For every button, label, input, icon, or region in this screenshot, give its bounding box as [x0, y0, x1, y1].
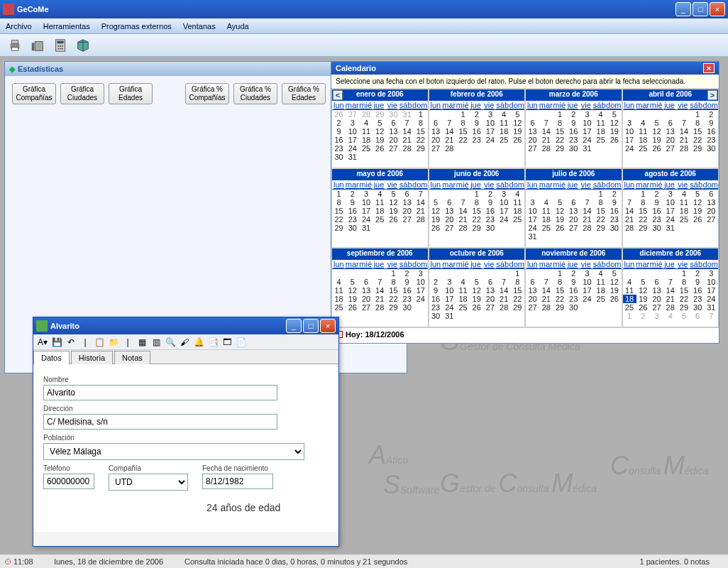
day-cell[interactable]: 23: [691, 295, 705, 303]
day-cell[interactable]: 5: [650, 119, 663, 127]
day-cell[interactable]: 16: [400, 286, 414, 295]
btn-pct-edades[interactable]: Gráfica % Edades: [282, 83, 326, 104]
day-cell[interactable]: 8: [553, 278, 566, 286]
day-cell[interactable]: 13: [663, 127, 677, 136]
day-cell[interactable]: 16: [470, 127, 483, 136]
day-cell[interactable]: 9: [483, 198, 497, 207]
input-nombre[interactable]: [43, 385, 277, 400]
input-fecha[interactable]: [202, 474, 273, 489]
day-cell[interactable]: 6: [526, 278, 539, 286]
day-cell[interactable]: 24: [663, 215, 677, 224]
day-cell[interactable]: 20: [387, 136, 400, 144]
day-cell[interactable]: 16: [607, 207, 621, 215]
day-cell[interactable]: 26: [553, 224, 566, 232]
day-cell[interactable]: 17: [414, 286, 427, 295]
day-cell[interactable]: 4: [332, 278, 346, 286]
btn-grafica-edades[interactable]: Gráfica Edades: [109, 83, 153, 104]
folder-icon[interactable]: 📁: [107, 336, 120, 349]
day-cell[interactable]: 4: [636, 119, 650, 127]
day-cell[interactable]: 10: [663, 198, 677, 207]
day-cell[interactable]: 29: [553, 144, 566, 153]
undo-icon[interactable]: ↶: [65, 336, 77, 349]
day-cell[interactable]: 8: [456, 119, 470, 127]
day-cell[interactable]: 3: [414, 269, 427, 278]
menu-programas[interactable]: Programas externos: [101, 22, 172, 31]
day-cell[interactable]: 5: [691, 190, 705, 198]
day-cell[interactable]: 9: [650, 198, 663, 207]
day-cell[interactable]: 14: [580, 207, 594, 215]
day-cell[interactable]: 7: [580, 198, 594, 207]
day-cell[interactable]: 19: [607, 127, 621, 136]
day-cell[interactable]: 29: [553, 303, 566, 312]
day-cell[interactable]: 1: [332, 190, 346, 198]
day-cell[interactable]: 23: [483, 215, 497, 224]
day-cell[interactable]: 17: [526, 215, 539, 224]
day-cell[interactable]: 9: [705, 119, 718, 127]
day-cell[interactable]: 1: [414, 110, 427, 119]
day-cell[interactable]: 27: [359, 303, 373, 312]
day-cell[interactable]: 13: [650, 286, 663, 295]
day-cell[interactable]: 17: [580, 127, 594, 136]
day-cell[interactable]: 11: [332, 286, 346, 295]
day-cell[interactable]: 27: [400, 215, 414, 224]
day-cell[interactable]: 9: [346, 198, 359, 207]
day-cell[interactable]: 7: [373, 278, 387, 286]
day-cell[interactable]: 21: [443, 136, 456, 144]
day-cell[interactable]: 26: [511, 136, 524, 144]
day-cell[interactable]: 1: [636, 190, 650, 198]
day-cell[interactable]: 8: [553, 119, 566, 127]
day-cell[interactable]: 22: [594, 215, 607, 224]
day-cell[interactable]: 15: [414, 127, 427, 136]
day-cell[interactable]: 6: [387, 119, 400, 127]
fax-icon[interactable]: [28, 36, 47, 55]
day-cell[interactable]: 10: [526, 207, 539, 215]
minimize-button[interactable]: _: [675, 2, 691, 16]
day-cell[interactable]: 14: [539, 286, 553, 295]
select-poblacion[interactable]: Vélez Málaga: [43, 443, 304, 460]
day-cell[interactable]: 28: [443, 144, 456, 153]
maximize-button[interactable]: □: [693, 2, 708, 16]
day-cell[interactable]: 24: [483, 136, 497, 144]
window-icon[interactable]: 🗔: [221, 336, 233, 349]
day-cell[interactable]: 27: [705, 215, 718, 224]
day-cell[interactable]: 13: [387, 127, 400, 136]
day-cell[interactable]: 25: [373, 215, 387, 224]
day-cell[interactable]: 28: [497, 303, 511, 312]
day-cell[interactable]: 11: [373, 198, 387, 207]
day-cell[interactable]: 30: [483, 224, 497, 232]
day-cell[interactable]: 22: [553, 295, 566, 303]
day-cell[interactable]: 14: [456, 207, 470, 215]
day-cell[interactable]: 14: [400, 127, 414, 136]
day-cell[interactable]: 9: [400, 278, 414, 286]
tab-datos[interactable]: Datos: [33, 351, 70, 364]
day-cell[interactable]: 10: [497, 198, 511, 207]
day-cell[interactable]: 24: [580, 136, 594, 144]
day-cell[interactable]: 28: [414, 215, 427, 224]
day-cell[interactable]: 6: [429, 119, 443, 127]
day-cell[interactable]: 25: [332, 303, 346, 312]
day-cell[interactable]: 9: [429, 286, 443, 295]
day-cell[interactable]: 28: [400, 144, 414, 153]
day-cell[interactable]: 8: [594, 198, 607, 207]
day-cell[interactable]: 21: [456, 215, 470, 224]
day-cell[interactable]: 26: [636, 303, 650, 312]
day-cell[interactable]: 8: [511, 278, 524, 286]
day-cell[interactable]: 9: [332, 127, 346, 136]
day-cell[interactable]: 16: [429, 295, 443, 303]
columns-icon[interactable]: ▥: [150, 336, 162, 349]
day-cell[interactable]: 16: [691, 286, 705, 295]
day-cell[interactable]: 27: [526, 303, 539, 312]
day-cell[interactable]: 29: [414, 144, 427, 153]
day-cell[interactable]: 25: [497, 136, 511, 144]
day-cell[interactable]: 3: [359, 190, 373, 198]
day-cell[interactable]: 10: [580, 119, 594, 127]
day-cell[interactable]: 18: [497, 127, 511, 136]
calculator-icon[interactable]: [51, 36, 70, 55]
menu-archivo[interactable]: Archivo: [6, 22, 32, 31]
day-cell[interactable]: 30: [705, 144, 718, 153]
day-cell[interactable]: 25: [594, 136, 607, 144]
day-cell[interactable]: 18: [456, 295, 470, 303]
day-cell[interactable]: 28: [663, 303, 677, 312]
day-cell[interactable]: 14: [539, 127, 553, 136]
day-cell[interactable]: 20: [567, 215, 580, 224]
